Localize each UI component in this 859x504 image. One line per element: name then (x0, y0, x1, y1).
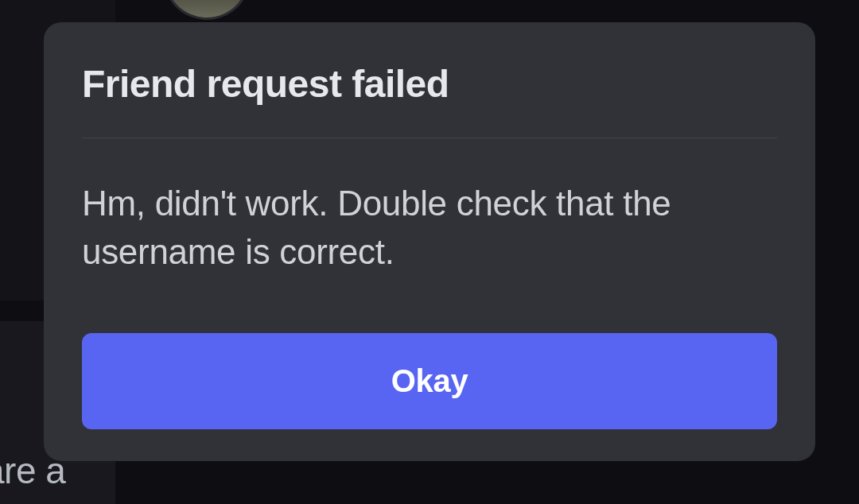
modal-message: Hm, didn't work. Double check that the u… (82, 180, 777, 276)
error-modal: Friend request failed Hm, didn't work. D… (44, 22, 815, 461)
okay-button[interactable]: Okay (82, 333, 777, 429)
modal-overlay: Friend request failed Hm, didn't work. D… (0, 0, 859, 504)
modal-title: Friend request failed (82, 62, 777, 106)
divider (82, 138, 777, 138)
